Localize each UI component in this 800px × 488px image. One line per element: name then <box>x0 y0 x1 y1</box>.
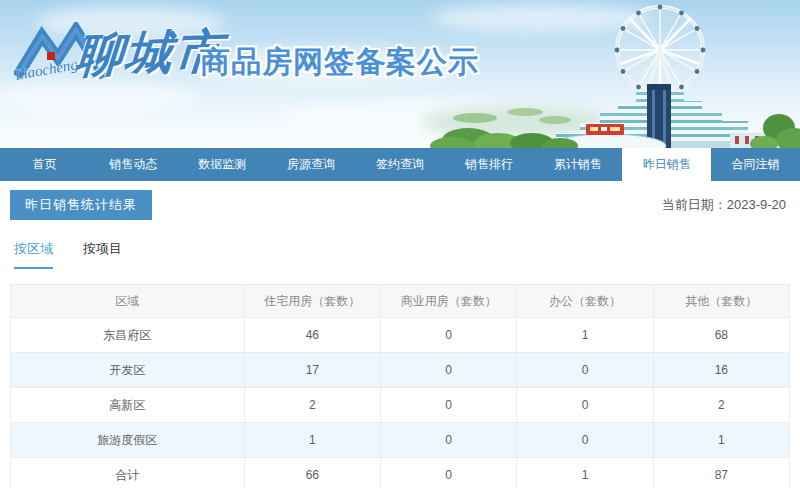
cell-value: 1 <box>244 423 380 458</box>
nav-item-yesterday-sales[interactable]: 昨日销售 <box>622 148 711 186</box>
title-row: 昨日销售统计结果 当前日期：2023-9-20 <box>10 190 790 220</box>
cell-value: 1 <box>517 318 653 353</box>
page-title: 昨日销售统计结果 <box>10 190 152 220</box>
col-header-office: 办公（套数） <box>517 285 653 318</box>
tab-by-project[interactable]: 按项目 <box>83 240 122 269</box>
cell-value: 0 <box>381 318 517 353</box>
cell-value: 0 <box>381 458 517 488</box>
cell-value: 87 <box>653 458 789 488</box>
col-header-residential: 住宅用房（套数） <box>244 285 380 318</box>
cell-value: 0 <box>381 353 517 388</box>
content-area: 昨日销售统计结果 当前日期：2023-9-20 按区域 按项目 区域 住宅用房（… <box>0 190 800 488</box>
cell-value: 1 <box>653 423 789 458</box>
table-row: 旅游度假区 1 0 0 1 <box>11 423 790 458</box>
cell-value: 0 <box>381 423 517 458</box>
cell-value: 68 <box>653 318 789 353</box>
nav-item-contract-cancellation[interactable]: 合同注销 <box>711 148 800 181</box>
cell-value: 0 <box>517 423 653 458</box>
nav-item-cumulative-sales[interactable]: 累计销售 <box>533 148 622 181</box>
cell-value: 0 <box>517 388 653 423</box>
cell-value: 17 <box>244 353 380 388</box>
cell-value: 66 <box>244 458 380 488</box>
sales-statistics-table: 区域 住宅用房（套数） 商业用房（套数） 办公（套数） 其他（套数） 东昌府区 … <box>10 284 790 488</box>
table-row: 东昌府区 46 0 1 68 <box>11 318 790 353</box>
col-header-commercial: 商业用房（套数） <box>381 285 517 318</box>
cell-value: 1 <box>517 458 653 488</box>
cell-value: 2 <box>244 388 380 423</box>
nav-item-contract-search[interactable]: 签约查询 <box>356 148 445 181</box>
cell-value: 46 <box>244 318 380 353</box>
nav-item-sales-ranking[interactable]: 销售排行 <box>444 148 533 181</box>
cell-region: 开发区 <box>11 353 245 388</box>
view-tabs: 按区域 按项目 <box>10 240 790 269</box>
table-header-row: 区域 住宅用房（套数） 商业用房（套数） 办公（套数） 其他（套数） <box>11 285 790 318</box>
cell-value: 16 <box>653 353 789 388</box>
cell-region: 合计 <box>11 458 245 488</box>
site-title-text: 商品房网签备案公示 <box>200 42 479 83</box>
banner: Liaocheng 聊城市 商品房网签备案公示 <box>0 0 800 148</box>
main-nav: 首页 销售动态 数据监测 房源查询 签约查询 销售排行 累计销售 昨日销售 合同… <box>0 148 800 181</box>
col-header-region: 区域 <box>11 285 245 318</box>
cell-region: 东昌府区 <box>11 318 245 353</box>
current-date-label: 当前日期：2023-9-20 <box>662 196 790 214</box>
nav-item-housing-search[interactable]: 房源查询 <box>267 148 356 181</box>
cell-region: 旅游度假区 <box>11 423 245 458</box>
tab-by-region[interactable]: 按区域 <box>14 240 53 269</box>
table-row: 开发区 17 0 0 16 <box>11 353 790 388</box>
table-row: 高新区 2 0 0 2 <box>11 388 790 423</box>
nav-item-data-monitoring[interactable]: 数据监测 <box>178 148 267 181</box>
nav-item-home[interactable]: 首页 <box>0 148 89 181</box>
cell-region: 高新区 <box>11 388 245 423</box>
cell-value: 2 <box>653 388 789 423</box>
ferris-wheel-illustration <box>615 5 706 96</box>
cell-value: 0 <box>381 388 517 423</box>
table-row-total: 合计 66 0 1 87 <box>11 458 790 488</box>
nav-item-sales-dynamics[interactable]: 销售动态 <box>89 148 178 181</box>
col-header-other: 其他（套数） <box>653 285 789 318</box>
cell-value: 0 <box>517 353 653 388</box>
